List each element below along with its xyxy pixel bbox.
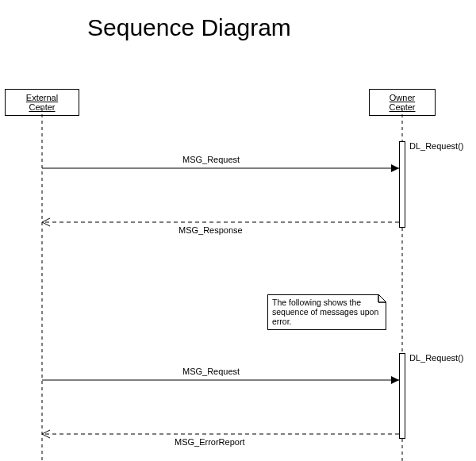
participant-owner-center: Owner Center [369,89,436,116]
message-response-1: MSG_Response [178,225,243,235]
activation-bar-2 [399,353,405,439]
message-request-2: MSG_Request [182,367,240,376]
activation-bar-1 [399,141,405,228]
activation-label-2: DL_Request() [409,353,463,363]
participant-external-center: External Center [5,89,79,116]
message-request-1: MSG_Request [182,155,240,164]
diagram-title: Sequence Diagram [87,14,291,41]
note-text: The following shows the sequence of mess… [272,298,378,326]
message-error-report: MSG_ErrorReport [175,437,245,447]
svg-marker-8 [391,376,399,384]
svg-marker-5 [391,164,399,172]
note-error-sequence: The following shows the sequence of mess… [267,294,386,330]
activation-label-1: DL_Request() [409,141,463,151]
